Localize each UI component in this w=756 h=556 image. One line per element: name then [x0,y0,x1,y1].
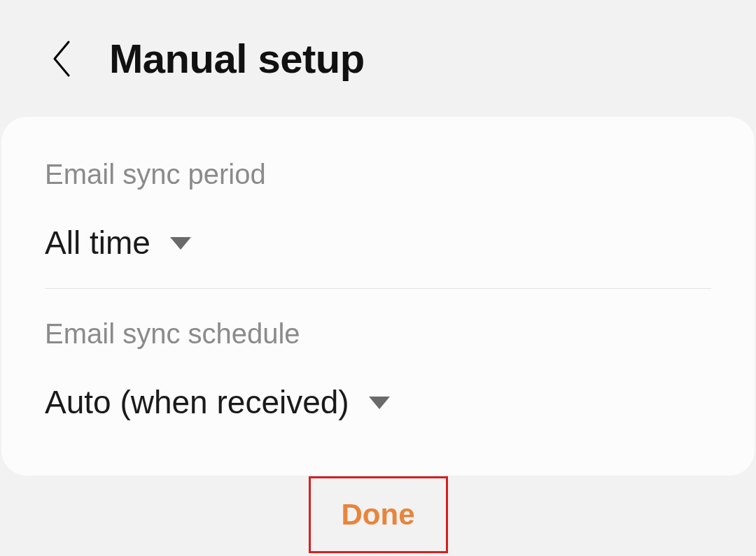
sync-schedule-label: Email sync schedule [45,318,711,350]
sync-period-select[interactable]: All time [45,224,711,262]
chevron-down-icon [170,236,191,250]
sync-schedule-value: Auto (when received) [45,383,349,421]
done-button[interactable]: Done [309,476,448,553]
sync-schedule-section: Email sync schedule Auto (when received) [45,288,711,448]
svg-marker-1 [369,397,390,409]
footer: Done [0,476,756,553]
settings-card: Email sync period All time Email sync sc… [1,117,755,476]
sync-period-label: Email sync period [45,159,711,190]
svg-marker-0 [170,237,191,250]
sync-schedule-select[interactable]: Auto (when received) [45,383,711,421]
back-icon[interactable] [49,39,74,78]
header: Manual setup [0,0,756,110]
sync-period-section: Email sync period All time [45,138,711,288]
page-title: Manual setup [109,35,365,82]
chevron-down-icon [369,395,390,409]
sync-period-value: All time [45,224,150,262]
